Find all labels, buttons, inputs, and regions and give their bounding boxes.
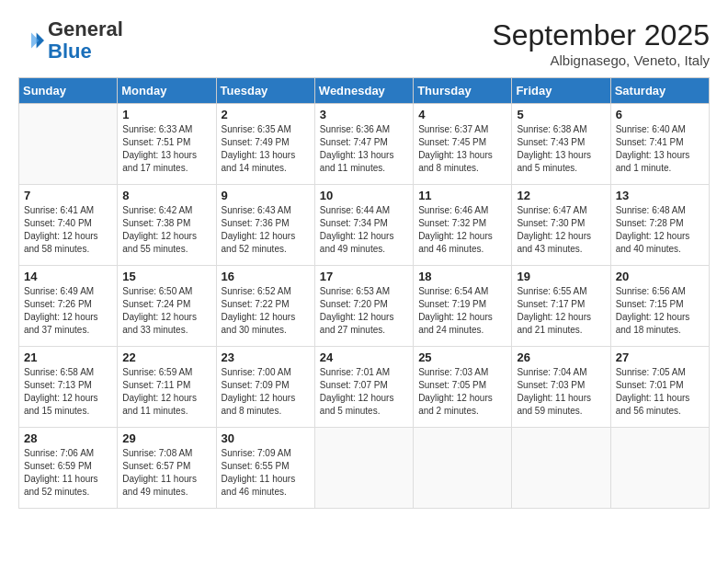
calendar-cell: 19Sunrise: 6:55 AMSunset: 7:17 PMDayligh… (512, 266, 610, 347)
calendar-week-row: 1Sunrise: 6:33 AMSunset: 7:51 PMDaylight… (19, 104, 710, 185)
calendar-week-row: 14Sunrise: 6:49 AMSunset: 7:26 PMDayligh… (19, 266, 710, 347)
day-number: 30 (222, 431, 310, 445)
day-info: Sunrise: 6:40 AMSunset: 7:41 PMDaylight:… (616, 123, 704, 175)
calendar-week-row: 21Sunrise: 6:58 AMSunset: 7:13 PMDayligh… (19, 347, 710, 428)
day-number: 17 (320, 270, 408, 283)
day-number: 6 (616, 108, 704, 121)
day-info: Sunrise: 6:50 AMSunset: 7:24 PMDaylight:… (122, 285, 210, 337)
calendar-cell: 4Sunrise: 6:37 AMSunset: 7:45 PMDaylight… (414, 104, 512, 185)
calendar-cell (610, 428, 709, 509)
calendar-cell: 18Sunrise: 6:54 AMSunset: 7:19 PMDayligh… (414, 266, 512, 347)
calendar-week-row: 7Sunrise: 6:41 AMSunset: 7:40 PMDaylight… (19, 185, 710, 266)
day-info: Sunrise: 6:49 AMSunset: 7:26 PMDaylight:… (24, 285, 112, 337)
calendar-cell: 6Sunrise: 6:40 AMSunset: 7:41 PMDaylight… (610, 104, 709, 185)
day-number: 13 (616, 189, 704, 202)
calendar-cell: 14Sunrise: 6:49 AMSunset: 7:26 PMDayligh… (19, 266, 118, 347)
calendar-cell: 22Sunrise: 6:59 AMSunset: 7:11 PMDayligh… (118, 347, 216, 428)
day-info: Sunrise: 6:44 AMSunset: 7:34 PMDaylight:… (320, 204, 408, 256)
day-number: 12 (517, 189, 605, 202)
day-info: Sunrise: 6:37 AMSunset: 7:45 PMDaylight:… (418, 123, 506, 175)
day-info: Sunrise: 6:55 AMSunset: 7:17 PMDaylight:… (517, 285, 605, 337)
day-number: 21 (24, 350, 112, 364)
calendar-table: SundayMondayTuesdayWednesdayThursdayFrid… (18, 77, 710, 509)
day-header: Saturday (610, 78, 709, 104)
calendar-cell: 15Sunrise: 6:50 AMSunset: 7:24 PMDayligh… (118, 266, 216, 347)
day-header: Friday (512, 78, 610, 104)
calendar-cell: 5Sunrise: 6:38 AMSunset: 7:43 PMDaylight… (512, 104, 610, 185)
day-number: 8 (122, 189, 210, 202)
day-info: Sunrise: 6:41 AMSunset: 7:40 PMDaylight:… (24, 204, 112, 256)
day-info: Sunrise: 6:35 AMSunset: 7:49 PMDaylight:… (222, 123, 310, 175)
day-number: 15 (122, 270, 210, 283)
day-info: Sunrise: 7:06 AMSunset: 6:59 PMDaylight:… (24, 447, 112, 499)
day-number: 14 (24, 270, 112, 283)
day-number: 11 (418, 189, 506, 202)
day-number: 5 (517, 108, 605, 121)
day-info: Sunrise: 7:00 AMSunset: 7:09 PMDaylight:… (222, 366, 310, 418)
calendar-week-row: 28Sunrise: 7:06 AMSunset: 6:59 PMDayligh… (19, 428, 710, 509)
calendar-cell: 10Sunrise: 6:44 AMSunset: 7:34 PMDayligh… (314, 185, 413, 266)
day-number: 25 (418, 350, 506, 364)
calendar-cell: 16Sunrise: 6:52 AMSunset: 7:22 PMDayligh… (216, 266, 314, 347)
calendar-cell: 27Sunrise: 7:05 AMSunset: 7:01 PMDayligh… (610, 347, 709, 428)
day-info: Sunrise: 6:33 AMSunset: 7:51 PMDaylight:… (122, 123, 210, 175)
calendar-cell (512, 428, 610, 509)
logo-icon (18, 28, 44, 53)
day-info: Sunrise: 6:42 AMSunset: 7:38 PMDaylight:… (122, 204, 210, 256)
day-header: Thursday (414, 78, 512, 104)
subtitle: Albignasego, Veneto, Italy (492, 52, 710, 68)
day-info: Sunrise: 6:52 AMSunset: 7:22 PMDaylight:… (222, 285, 310, 337)
day-info: Sunrise: 6:54 AMSunset: 7:19 PMDaylight:… (418, 285, 506, 337)
day-number: 19 (517, 270, 605, 283)
day-info: Sunrise: 6:47 AMSunset: 7:30 PMDaylight:… (517, 204, 605, 256)
day-number: 22 (122, 350, 210, 364)
day-number: 28 (24, 431, 112, 445)
day-number: 1 (122, 108, 210, 121)
day-header: Sunday (19, 78, 118, 104)
day-info: Sunrise: 7:05 AMSunset: 7:01 PMDaylight:… (616, 366, 704, 418)
calendar-cell: 1Sunrise: 6:33 AMSunset: 7:51 PMDaylight… (118, 104, 216, 185)
calendar-cell: 17Sunrise: 6:53 AMSunset: 7:20 PMDayligh… (314, 266, 413, 347)
day-info: Sunrise: 6:48 AMSunset: 7:28 PMDaylight:… (616, 204, 704, 256)
day-info: Sunrise: 7:04 AMSunset: 7:03 PMDaylight:… (517, 366, 605, 418)
calendar-cell (19, 104, 118, 185)
calendar-cell (414, 428, 512, 509)
calendar-cell: 13Sunrise: 6:48 AMSunset: 7:28 PMDayligh… (610, 185, 709, 266)
day-info: Sunrise: 6:56 AMSunset: 7:15 PMDaylight:… (616, 285, 704, 337)
day-number: 2 (222, 108, 310, 121)
day-header: Monday (118, 78, 216, 104)
day-info: Sunrise: 6:58 AMSunset: 7:13 PMDaylight:… (24, 366, 112, 418)
day-number: 29 (122, 431, 210, 445)
calendar-body: 1Sunrise: 6:33 AMSunset: 7:51 PMDaylight… (19, 104, 710, 509)
day-number: 3 (320, 108, 408, 121)
day-number: 24 (320, 350, 408, 364)
day-info: Sunrise: 7:03 AMSunset: 7:05 PMDaylight:… (418, 366, 506, 418)
day-number: 27 (616, 350, 704, 364)
calendar-cell: 7Sunrise: 6:41 AMSunset: 7:40 PMDaylight… (19, 185, 118, 266)
day-number: 10 (320, 189, 408, 202)
day-header: Wednesday (314, 78, 413, 104)
calendar-cell: 3Sunrise: 6:36 AMSunset: 7:47 PMDaylight… (314, 104, 413, 185)
calendar-cell: 25Sunrise: 7:03 AMSunset: 7:05 PMDayligh… (414, 347, 512, 428)
calendar-cell: 8Sunrise: 6:42 AMSunset: 7:38 PMDaylight… (118, 185, 216, 266)
logo-text: General Blue (48, 18, 123, 63)
day-info: Sunrise: 7:09 AMSunset: 6:55 PMDaylight:… (222, 447, 310, 499)
calendar-cell: 11Sunrise: 6:46 AMSunset: 7:32 PMDayligh… (414, 185, 512, 266)
calendar-header-row: SundayMondayTuesdayWednesdayThursdayFrid… (19, 78, 710, 104)
calendar-cell: 20Sunrise: 6:56 AMSunset: 7:15 PMDayligh… (610, 266, 709, 347)
calendar-cell (314, 428, 413, 509)
day-number: 4 (418, 108, 506, 121)
day-number: 23 (222, 350, 310, 364)
day-number: 20 (616, 270, 704, 283)
day-info: Sunrise: 6:46 AMSunset: 7:32 PMDaylight:… (418, 204, 506, 256)
calendar-cell: 24Sunrise: 7:01 AMSunset: 7:07 PMDayligh… (314, 347, 413, 428)
day-number: 16 (222, 270, 310, 283)
calendar-cell: 2Sunrise: 6:35 AMSunset: 7:49 PMDaylight… (216, 104, 314, 185)
day-info: Sunrise: 7:08 AMSunset: 6:57 PMDaylight:… (122, 447, 210, 499)
day-number: 26 (517, 350, 605, 364)
calendar-cell: 29Sunrise: 7:08 AMSunset: 6:57 PMDayligh… (118, 428, 216, 509)
calendar-cell: 21Sunrise: 6:58 AMSunset: 7:13 PMDayligh… (19, 347, 118, 428)
calendar-cell: 12Sunrise: 6:47 AMSunset: 7:30 PMDayligh… (512, 185, 610, 266)
day-info: Sunrise: 6:53 AMSunset: 7:20 PMDaylight:… (320, 285, 408, 337)
day-info: Sunrise: 6:36 AMSunset: 7:47 PMDaylight:… (320, 123, 408, 175)
